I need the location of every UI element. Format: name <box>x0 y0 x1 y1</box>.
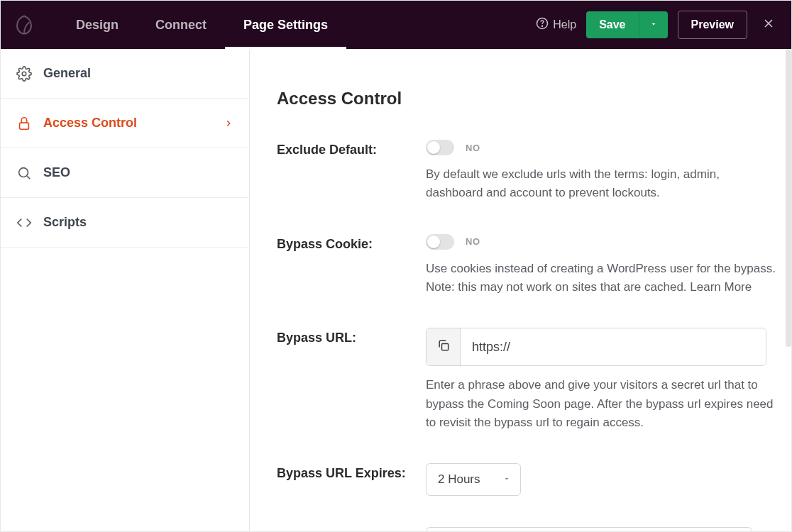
svg-rect-5 <box>441 344 448 350</box>
help-icon <box>536 17 549 33</box>
exclude-default-toggle[interactable] <box>426 140 454 155</box>
scrollbar[interactable] <box>786 49 791 347</box>
chevron-right-icon <box>224 118 233 128</box>
topbar: Design Connect Page Settings Help Save P… <box>1 1 791 49</box>
field-label: Bypass Cookie: <box>277 234 426 252</box>
nav-connect[interactable]: Connect <box>137 1 225 49</box>
field-help: By default we exclude urls with the term… <box>426 165 777 203</box>
nav-design[interactable]: Design <box>57 1 137 49</box>
sidebar-item-label: General <box>43 66 91 81</box>
sidebar-item-access-control[interactable]: Access Control <box>1 99 249 148</box>
body: General Access Control SEO Scripts <box>1 49 791 532</box>
save-dropdown-button[interactable] <box>639 11 668 38</box>
toggle-state: NO <box>466 236 480 247</box>
sidebar: General Access Control SEO Scripts <box>1 49 250 532</box>
svg-point-1 <box>542 26 543 26</box>
main-panel: Access Control Exclude Default: NO By de… <box>250 49 791 532</box>
help-label: Help <box>553 18 576 31</box>
page-title: Access Control <box>277 89 791 109</box>
copy-url-button[interactable] <box>427 328 461 365</box>
lock-icon <box>16 116 32 131</box>
top-nav: Design Connect Page Settings <box>57 1 346 49</box>
sidebar-item-label: Scripts <box>43 215 87 230</box>
field-label: Bypass URL: <box>277 328 426 345</box>
field-bypass-url-expires: Bypass URL Expires: 2 Hours <box>277 463 791 496</box>
toggle-state: NO <box>466 143 480 153</box>
close-icon <box>761 16 776 33</box>
sidebar-item-seo[interactable]: SEO <box>1 148 249 198</box>
help-link[interactable]: Help <box>536 17 576 33</box>
field-access-by-ip: Access by IP: <box>277 527 791 532</box>
close-button[interactable] <box>757 13 780 36</box>
topbar-actions: Help Save Preview <box>536 11 780 39</box>
search-icon <box>16 165 32 181</box>
field-bypass-url: Bypass URL: Enter a phrase above and giv… <box>277 328 791 432</box>
access-by-ip-textarea[interactable] <box>426 527 752 532</box>
field-label: Exclude Default: <box>277 140 426 157</box>
caret-down-icon <box>649 20 658 31</box>
bypass-cookie-toggle[interactable] <box>426 234 454 250</box>
field-exclude-default: Exclude Default: NO By default we exclud… <box>277 140 791 203</box>
bypass-url-expires-select[interactable]: 2 Hours <box>426 463 521 496</box>
copy-icon <box>436 338 451 355</box>
save-button-group: Save <box>586 11 667 38</box>
bypass-url-input-group <box>426 328 766 366</box>
field-help: Use cookies instead of creating a WordPr… <box>426 260 777 297</box>
sidebar-item-general[interactable]: General <box>1 49 249 99</box>
field-label: Access by IP: <box>277 527 426 532</box>
svg-rect-3 <box>20 123 29 129</box>
preview-button[interactable]: Preview <box>678 11 747 39</box>
field-label: Bypass URL Expires: <box>277 463 426 481</box>
field-help: Enter a phrase above and give your visit… <box>426 376 777 432</box>
app-logo <box>12 13 36 37</box>
code-icon <box>16 215 32 231</box>
svg-point-4 <box>19 167 28 177</box>
gear-icon <box>16 66 32 82</box>
sidebar-item-label: SEO <box>43 165 70 180</box>
sidebar-item-label: Access Control <box>43 116 137 131</box>
save-button[interactable]: Save <box>586 11 638 38</box>
svg-point-2 <box>22 72 26 76</box>
bypass-url-input[interactable] <box>461 328 766 365</box>
nav-page-settings[interactable]: Page Settings <box>225 1 346 49</box>
sidebar-item-scripts[interactable]: Scripts <box>1 198 249 248</box>
field-bypass-cookie: Bypass Cookie: NO Use cookies instead of… <box>277 234 791 297</box>
